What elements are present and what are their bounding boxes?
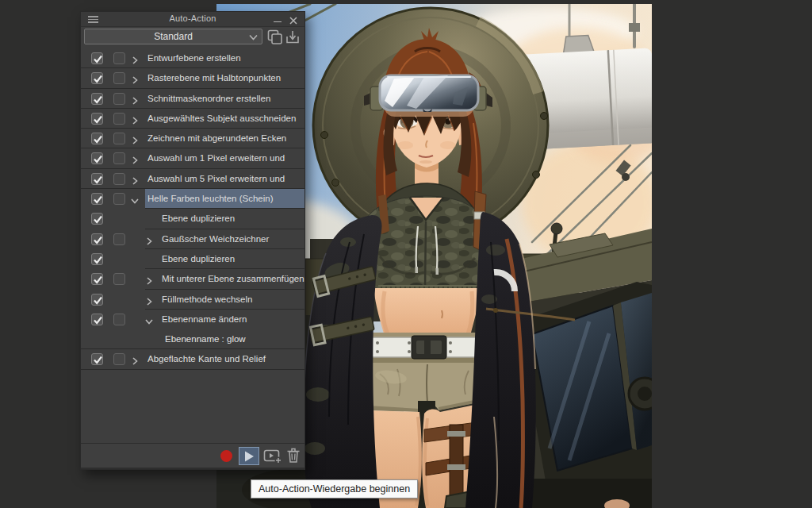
chevron-down-icon	[249, 34, 258, 40]
dialog-checkbox[interactable]	[113, 353, 125, 365]
copy-action-set-icon[interactable]	[266, 29, 284, 45]
record-icon[interactable]	[220, 450, 232, 462]
action-row[interactable]: Mit unterer Ebene zusammenfügen	[81, 269, 304, 289]
preset-dropdown[interactable]: Standard	[84, 29, 262, 44]
action-row[interactable]: Ebene duplizieren	[81, 249, 304, 269]
action-label: Rasterebene mit Halbtonpunkten	[147, 68, 304, 88]
action-enabled-checkbox[interactable]	[91, 353, 103, 365]
dialog-checkbox[interactable]	[113, 72, 125, 84]
dialog-checkbox[interactable]	[113, 193, 125, 205]
check-icon	[92, 355, 104, 365]
expander-icon[interactable]	[130, 54, 140, 64]
panel-footer	[81, 443, 304, 468]
import-action-icon[interactable]	[285, 29, 302, 45]
action-label: Mit unterer Ebene zusammenfügen	[162, 269, 304, 289]
check-icon	[92, 315, 104, 325]
action-enabled-checkbox[interactable]	[91, 133, 103, 144]
action-label: Entwurfebene erstellen	[147, 48, 304, 68]
action-row[interactable]: Schnittmaskenordner erstellen	[81, 89, 304, 109]
check-icon	[92, 134, 104, 144]
expander-icon[interactable]	[130, 194, 140, 204]
dialog-checkbox[interactable]	[113, 233, 125, 245]
check-icon	[92, 74, 104, 84]
auto-action-panel: Auto-Action Standard	[80, 11, 305, 470]
action-label: Ebenenname : glow	[165, 329, 304, 349]
action-row[interactable]: Helle Farben leuchten (Schein)	[81, 189, 304, 209]
action-label: Auswahl um 5 Pixel erweitern und	[147, 169, 304, 189]
expander-icon[interactable]	[144, 295, 154, 305]
action-label: Abgeflachte Kante und Relief	[147, 349, 304, 369]
expander-icon[interactable]	[130, 175, 140, 184]
action-label: Ebene duplizieren	[162, 209, 304, 229]
expander-icon[interactable]	[144, 315, 154, 325]
dialog-checkbox[interactable]	[113, 314, 125, 325]
action-row[interactable]: Gaußscher Weichzeichner	[81, 229, 304, 249]
check-icon	[92, 295, 104, 306]
row-separator	[81, 369, 304, 370]
app-window: Auto-Action Standard	[0, 0, 812, 508]
check-icon	[92, 54, 104, 64]
action-enabled-checkbox[interactable]	[91, 193, 103, 205]
action-enabled-checkbox[interactable]	[91, 213, 103, 225]
action-row[interactable]: Entwurfebene erstellen	[81, 48, 304, 68]
panel-titlebar[interactable]: Auto-Action	[81, 12, 304, 27]
action-enabled-checkbox[interactable]	[91, 113, 103, 125]
action-row[interactable]: Füllmethode wechseln	[81, 290, 304, 310]
action-label: Zeichnen mit abgerundeten Ecken	[147, 129, 304, 148]
action-label: Füllmethode wechseln	[162, 290, 304, 310]
action-row[interactable]: Zeichnen mit abgerundeten Ecken	[81, 129, 304, 148]
expander-icon[interactable]	[130, 134, 140, 144]
expander-icon[interactable]	[130, 154, 140, 164]
add-auto-action-icon[interactable]	[263, 448, 283, 464]
action-label: Auswahl um 1 Pixel erweitern und	[147, 148, 304, 168]
action-enabled-checkbox[interactable]	[91, 233, 103, 245]
action-enabled-checkbox[interactable]	[91, 72, 103, 84]
expander-icon[interactable]	[130, 74, 140, 83]
action-row[interactable]: Ausgewähltes Subjekt ausschneiden	[81, 109, 304, 129]
check-icon	[92, 214, 104, 225]
dialog-checkbox[interactable]	[113, 93, 125, 105]
play-button[interactable]	[239, 447, 259, 465]
expander-icon[interactable]	[130, 355, 140, 364]
action-enabled-checkbox[interactable]	[91, 52, 103, 64]
action-label: Gaußscher Weichzeichner	[162, 229, 304, 249]
action-enabled-checkbox[interactable]	[91, 152, 103, 164]
dialog-checkbox[interactable]	[113, 133, 125, 144]
tooltip: Auto-Action-Wiedergabe beginnen	[251, 479, 418, 498]
action-row[interactable]: Abgeflachte Kante und Relief	[81, 349, 304, 369]
trash-icon[interactable]	[286, 447, 301, 464]
dialog-checkbox[interactable]	[113, 113, 125, 125]
check-icon	[92, 175, 104, 185]
expander-icon[interactable]	[144, 275, 154, 284]
check-icon	[92, 275, 104, 285]
dialog-checkbox[interactable]	[113, 152, 125, 164]
action-row[interactable]: Rasterebene mit Halbtonpunkten	[81, 68, 304, 88]
action-row[interactable]: Auswahl um 5 Pixel erweitern und	[81, 169, 304, 189]
belt	[367, 333, 492, 364]
action-list: Entwurfebene erstellen Rasterebene mit H…	[81, 48, 304, 371]
check-icon	[92, 235, 104, 245]
action-enabled-checkbox[interactable]	[91, 294, 103, 306]
action-row[interactable]: Auswahl um 1 Pixel erweitern und	[81, 148, 304, 168]
dialog-checkbox[interactable]	[113, 173, 125, 185]
check-icon	[92, 94, 104, 105]
expander-icon[interactable]	[130, 94, 140, 104]
action-enabled-checkbox[interactable]	[91, 273, 103, 285]
action-enabled-checkbox[interactable]	[91, 93, 103, 105]
action-enabled-checkbox[interactable]	[91, 173, 103, 185]
action-row[interactable]: Ebenenname : glow	[81, 329, 304, 349]
action-label: Ebenenname ändern	[162, 310, 304, 329]
action-enabled-checkbox[interactable]	[91, 253, 103, 265]
panel-bottom-edge	[81, 468, 304, 469]
dialog-checkbox[interactable]	[113, 273, 125, 285]
action-row[interactable]: Ebene duplizieren	[81, 209, 304, 229]
action-label: Ausgewähltes Subjekt ausschneiden	[147, 109, 304, 129]
close-icon[interactable]	[289, 14, 298, 24]
minimize-icon[interactable]	[273, 14, 282, 24]
expander-icon[interactable]	[144, 235, 154, 244]
check-icon	[92, 194, 104, 205]
action-row[interactable]: Ebenenname ändern	[81, 310, 304, 329]
action-enabled-checkbox[interactable]	[91, 314, 103, 325]
expander-icon[interactable]	[130, 114, 140, 124]
dialog-checkbox[interactable]	[113, 52, 125, 64]
